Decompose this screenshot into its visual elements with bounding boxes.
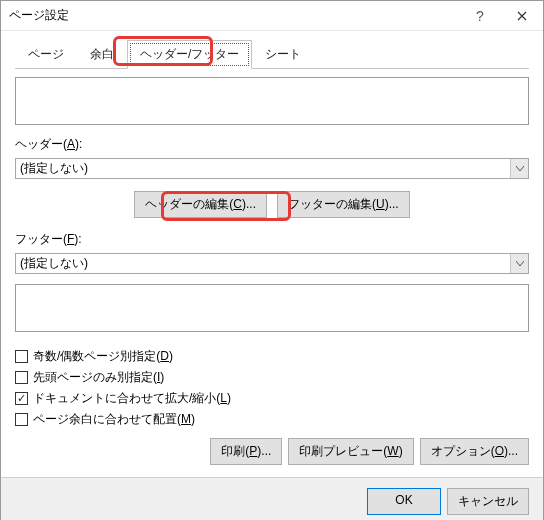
option-buttons-row: 印刷(P)... 印刷プレビュー(W) オプション(O)... (15, 438, 529, 465)
print-preview-button[interactable]: 印刷プレビュー(W) (288, 438, 413, 465)
tab-margins[interactable]: 余白 (77, 40, 127, 69)
header-edit-button[interactable]: ヘッダーの編集(C)... (134, 191, 267, 218)
header-select-value: (指定しない) (20, 160, 88, 177)
help-button[interactable]: ? (459, 1, 501, 31)
ok-button[interactable]: OK (367, 488, 441, 515)
print-button[interactable]: 印刷(P)... (210, 438, 282, 465)
footer-preview (15, 284, 529, 332)
page-setup-dialog: ページ設定 ? ページ 余白 ヘッダー/フッター シート ヘッダー(A): (指… (0, 0, 544, 520)
dialog-content: ページ 余白 ヘッダー/フッター シート ヘッダー(A): (指定しない) ヘッ… (1, 31, 543, 477)
close-button[interactable] (501, 1, 543, 31)
checkbox-icon (15, 371, 28, 384)
close-icon (517, 11, 527, 21)
dialog-footer: OK キャンセル (1, 477, 543, 520)
check-align-margins[interactable]: ページ余白に合わせて配置(M) (15, 411, 529, 428)
footer-select-value: (指定しない) (20, 255, 88, 272)
check-odd-even[interactable]: 奇数/偶数ページ別指定(D) (15, 348, 529, 365)
window-title: ページ設定 (1, 7, 69, 24)
checkbox-icon (15, 413, 28, 426)
tab-page[interactable]: ページ (15, 40, 77, 69)
header-preview (15, 77, 529, 125)
check-scale-doc[interactable]: ドキュメントに合わせて拡大/縮小(L) (15, 390, 529, 407)
titlebar: ページ設定 ? (1, 1, 543, 31)
checkbox-icon (15, 350, 28, 363)
header-label: ヘッダー(A): (15, 136, 529, 153)
checkbox-icon (15, 392, 28, 405)
cancel-button[interactable]: キャンセル (447, 488, 529, 515)
header-select[interactable]: (指定しない) (15, 158, 529, 179)
footer-select[interactable]: (指定しない) (15, 253, 529, 274)
footer-edit-button[interactable]: フッターの編集(U)... (277, 191, 410, 218)
tab-header-footer[interactable]: ヘッダー/フッター (127, 40, 252, 69)
tab-strip: ページ 余白 ヘッダー/フッター シート (15, 39, 529, 69)
check-first-page[interactable]: 先頭ページのみ別指定(I) (15, 369, 529, 386)
chevron-down-icon (510, 254, 528, 273)
footer-label: フッター(F): (15, 231, 529, 248)
chevron-down-icon (510, 159, 528, 178)
options-button[interactable]: オプション(O)... (420, 438, 529, 465)
tab-sheet[interactable]: シート (252, 40, 314, 69)
edit-buttons-row: ヘッダーの編集(C)... フッターの編集(U)... (15, 191, 529, 218)
check-options: 奇数/偶数ページ別指定(D) 先頭ページのみ別指定(I) ドキュメントに合わせて… (15, 348, 529, 428)
